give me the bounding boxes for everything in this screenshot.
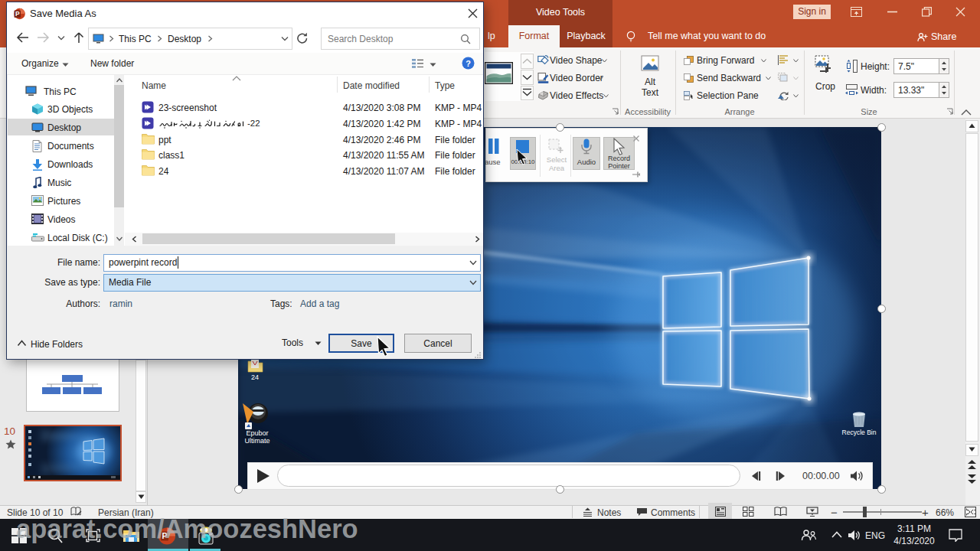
svg-text:Recycle Bin: Recycle Bin	[842, 429, 877, 436]
svg-text:P: P	[15, 10, 20, 18]
svg-text:?: ?	[466, 59, 471, 68]
svg-text:-22: -22	[247, 119, 260, 128]
svg-text:Epubor: Epubor	[246, 429, 268, 437]
svg-text:24: 24	[251, 373, 259, 381]
svg-text:Ultimate: Ultimate	[244, 437, 270, 445]
